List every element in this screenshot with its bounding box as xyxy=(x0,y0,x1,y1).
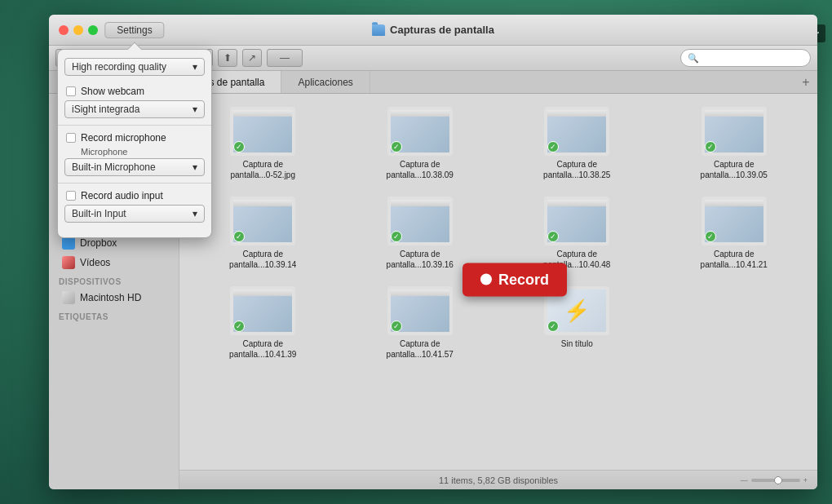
popup-divider-2 xyxy=(58,183,211,183)
audio-input-label: Built-in Input xyxy=(72,208,126,219)
file-name: Captura de pantalla...10.38.25 xyxy=(540,159,613,180)
record-audio-row: Record audio input xyxy=(58,187,211,205)
webcam-source-select[interactable]: iSight integrada ▾ xyxy=(64,100,205,118)
chevron-down-icon-2: ▾ xyxy=(193,104,197,115)
file-item[interactable]: ✓Captura de pantalla...10.38.25 xyxy=(503,104,651,183)
show-webcam-checkbox[interactable] xyxy=(66,86,76,96)
microphone-select[interactable]: Built-in Microphone ▾ xyxy=(64,158,205,176)
status-text: 11 items, 5,82 GB disponibles xyxy=(439,475,558,485)
file-item[interactable]: ✓Captura de pantalla...10.40.48 xyxy=(503,193,651,273)
sidebar-item-label: Macintosh HD xyxy=(80,292,141,303)
file-thumbnail: ✓ xyxy=(544,107,609,156)
webcam-source-label: iSight integrada xyxy=(72,104,139,115)
audio-input-select[interactable]: Built-in Input ▾ xyxy=(64,205,205,223)
check-badge: ✓ xyxy=(391,231,402,242)
add-tab-button[interactable]: + xyxy=(794,71,817,93)
file-thumbnail: ✓ xyxy=(701,197,767,245)
status-bar: 11 items, 5,82 GB disponibles — + xyxy=(179,470,817,489)
built-in-mic-label: Built-in Microphone xyxy=(72,161,156,173)
folder-icon xyxy=(372,24,385,36)
check-badge: ✓ xyxy=(391,321,402,332)
file-thumbnail: ✓ xyxy=(230,286,295,335)
dispositivos-label: DISPOSITIVOS xyxy=(49,272,179,288)
minimize-button[interactable] xyxy=(73,25,83,35)
file-item[interactable]: ✓Captura de pantalla...10.41.21 xyxy=(661,193,808,273)
file-item[interactable]: ✓Captura de pantalla...10.41.39 xyxy=(189,283,337,363)
record-label: Record xyxy=(498,271,549,288)
file-thumbnail: ✓ xyxy=(230,197,295,245)
show-webcam-row: Show webcam xyxy=(58,82,211,100)
window-title-area: Capturas de pantalla xyxy=(372,24,494,36)
record-button[interactable]: Record xyxy=(462,263,567,296)
file-thumbnail: ✓ xyxy=(387,286,453,335)
chevron-down-icon-3: ▾ xyxy=(193,161,197,173)
file-thumbnail: ✓ xyxy=(544,197,609,245)
chevron-down-icon: ▾ xyxy=(193,61,197,73)
zoom-control[interactable]: — + xyxy=(741,476,808,484)
toggle-button[interactable]: — xyxy=(267,49,303,67)
file-thumbnail: ✓ xyxy=(387,197,453,245)
file-item[interactable]: ✓Captura de pantalla...10.39.05 xyxy=(661,104,808,183)
traffic-lights xyxy=(59,25,98,35)
file-name: Captura de pantalla...10.41.21 xyxy=(697,249,771,270)
file-item[interactable]: ✓Captura de pantalla...10.38.09 xyxy=(347,104,494,183)
zoom-track[interactable] xyxy=(751,479,800,482)
window-title: Capturas de pantalla xyxy=(390,24,494,36)
chevron-down-icon-4: ▾ xyxy=(193,208,197,219)
check-badge: ✓ xyxy=(391,141,402,153)
file-name: Captura de pantalla...10.38.09 xyxy=(383,159,457,180)
file-name: Captura de pantalla...10.41.39 xyxy=(226,338,299,360)
settings-popup: Settings High recording quality ▾ Show w… xyxy=(57,49,212,238)
microphone-sub-row: Microphone xyxy=(58,147,211,158)
close-button[interactable] xyxy=(59,25,69,35)
file-name: Captura de pantalla...10.39.05 xyxy=(697,159,771,180)
record-microphone-row: Record microphone xyxy=(58,129,211,147)
zoom-thumb xyxy=(774,476,782,484)
check-badge: ✓ xyxy=(705,141,716,153)
file-name: Captura de pantalla...10.41.57 xyxy=(383,338,457,360)
videos-icon xyxy=(62,256,75,269)
file-name: Sin título xyxy=(561,338,593,349)
maximize-button[interactable] xyxy=(88,25,98,35)
dropbox-icon xyxy=(62,237,75,250)
sidebar-item-label: Vídeos xyxy=(80,257,110,268)
check-badge: ✓ xyxy=(705,231,716,242)
record-microphone-checkbox[interactable] xyxy=(66,133,76,143)
file-thumbnail: ✓ xyxy=(387,107,453,156)
record-audio-label: Record audio input xyxy=(81,190,163,201)
settings-popup-title: Settings xyxy=(104,22,164,38)
file-name: Captura de pantalla...10.39.14 xyxy=(226,249,299,270)
show-webcam-label: Show webcam xyxy=(81,86,144,97)
file-name: Captura de pantalla...10.39.16 xyxy=(383,249,457,270)
file-thumbnail: ✓ xyxy=(701,107,767,156)
tab-aplicaciones[interactable]: Aplicaciones xyxy=(281,71,370,93)
record-audio-checkbox[interactable] xyxy=(66,191,76,201)
microphone-label: Microphone xyxy=(81,147,127,157)
sidebar-item-videos[interactable]: Vídeos xyxy=(52,253,175,272)
sidebar-item-label: Dropbox xyxy=(80,237,117,249)
record-microphone-label: Record microphone xyxy=(81,132,166,144)
share-button[interactable]: ⬆ xyxy=(218,49,237,67)
quality-label: High recording quality xyxy=(72,61,166,73)
hd-icon xyxy=(62,291,75,304)
record-dot-icon xyxy=(480,274,492,285)
file-thumbnail: ✓ xyxy=(230,107,295,156)
search-box[interactable]: 🔍 xyxy=(680,49,811,67)
popup-divider-1 xyxy=(58,125,211,126)
action-button[interactable]: ↗ xyxy=(242,49,262,67)
file-item[interactable]: ✓Captura de pantalla...10.39.16 xyxy=(347,193,494,273)
file-name: Captura de pantalla...0-52.jpg xyxy=(226,159,299,180)
file-area: ✓Captura de pantalla...0-52.jpg✓Captura … xyxy=(179,94,817,489)
quality-select[interactable]: High recording quality ▾ xyxy=(64,58,205,76)
etiquetas-label: ETIQUETAS xyxy=(49,307,179,323)
sidebar-item-macintosh-hd[interactable]: Macintosh HD xyxy=(52,288,175,307)
